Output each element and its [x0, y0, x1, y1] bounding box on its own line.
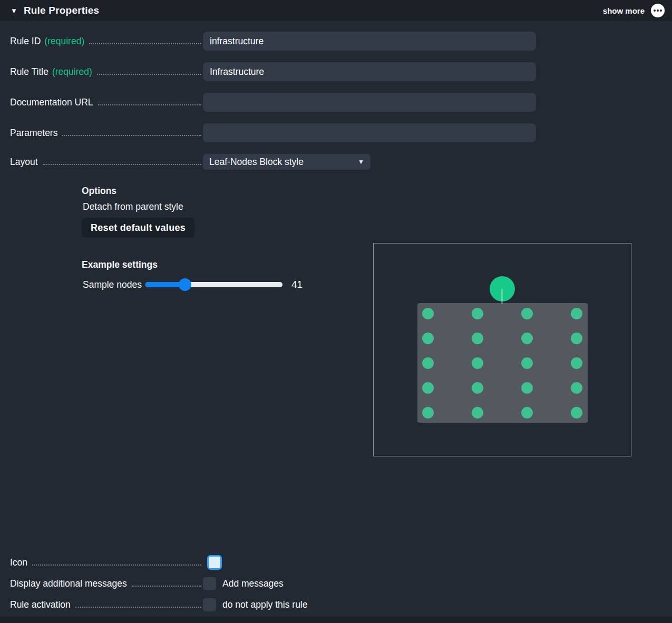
parameters-row: Parameters — [10, 123, 672, 142]
do-not-apply-checkbox[interactable] — [203, 598, 216, 611]
collapse-triangle-icon[interactable]: ▼ — [11, 7, 17, 15]
show-more-button[interactable]: show more — [603, 6, 645, 15]
sample-nodes-slider[interactable] — [145, 282, 283, 287]
rule-id-required-label: (required) — [44, 36, 84, 47]
options-block: Options Detach from parent style Reset d… — [82, 186, 672, 238]
root-connector-line — [501, 289, 503, 304]
dotted-leader — [132, 586, 201, 587]
rule-id-label: Rule ID — [10, 36, 41, 47]
dotted-leader — [97, 74, 201, 75]
icon-picker-button[interactable] — [207, 555, 222, 570]
leaf-node-dot — [422, 407, 434, 418]
leaf-node-dot — [521, 382, 533, 394]
parameters-label: Parameters — [10, 128, 57, 139]
slider-thumb[interactable] — [179, 278, 191, 291]
rule-id-label-wrap: Rule ID (required) — [10, 32, 203, 51]
display-additional-messages-label: Display additional messages — [10, 578, 127, 589]
options-heading: Options — [82, 186, 672, 197]
chevron-down-icon: ▼ — [358, 158, 364, 166]
rule-title-input[interactable] — [203, 62, 536, 81]
panel-header: ▼ Rule Properties show more — [0, 0, 672, 21]
layout-select-value: Leaf-Nodes Block style — [209, 157, 304, 168]
detach-from-parent-label: Detach from parent style — [83, 201, 672, 212]
leaf-node-dot — [472, 407, 483, 418]
rule-id-row: Rule ID (required) — [10, 32, 672, 51]
leaf-node-dot — [472, 357, 483, 369]
sample-nodes-label: Sample nodes — [83, 279, 142, 290]
sample-nodes-value: 41 — [291, 279, 303, 290]
add-messages-label: Add messages — [222, 578, 284, 589]
do-not-apply-label: do not apply this rule — [222, 599, 308, 610]
reset-default-values-button[interactable]: Reset default values — [82, 218, 194, 238]
leaf-node-dot — [422, 357, 434, 369]
rule-activation-label-wrap: Rule activation — [10, 597, 203, 612]
icon-row: Icon — [10, 555, 672, 570]
leaf-node-dot — [571, 308, 582, 319]
layout-select[interactable]: Leaf-Nodes Block style ▼ — [203, 154, 371, 170]
leaf-node-dot — [521, 333, 533, 344]
dotted-leader — [43, 164, 201, 165]
rule-id-input[interactable] — [203, 32, 536, 51]
panel-title: Rule Properties — [24, 5, 99, 16]
preview-block — [417, 303, 588, 423]
leaf-node-dot — [422, 382, 434, 394]
documentation-url-label-wrap: Documentation URL — [10, 93, 203, 112]
parameters-label-wrap: Parameters — [10, 123, 203, 142]
leaf-node-dot — [571, 357, 582, 369]
layout-label: Layout — [10, 157, 38, 168]
leaf-node-dot — [571, 333, 582, 344]
leaf-node-dot — [422, 308, 434, 319]
parameters-input[interactable] — [203, 123, 536, 142]
dotted-leader — [62, 135, 201, 136]
display-additional-messages-row: Display additional messages Add messages — [10, 576, 672, 591]
dotted-leader — [89, 43, 201, 44]
rule-title-label-wrap: Rule Title (required) — [10, 62, 203, 81]
rule-title-required-label: (required) — [52, 66, 92, 77]
panel-body: Rule ID (required) Rule Title (required)… — [0, 21, 672, 617]
layout-row: Layout Leaf-Nodes Block style ▼ — [10, 154, 672, 170]
layout-label-wrap: Layout — [10, 154, 203, 170]
messages-label-wrap: Display additional messages — [10, 576, 203, 591]
leaf-node-dot — [521, 407, 533, 418]
add-messages-checkbox[interactable] — [203, 577, 216, 590]
rule-activation-label: Rule activation — [10, 599, 71, 610]
documentation-url-row: Documentation URL — [10, 93, 672, 112]
leaf-node-dot — [571, 407, 582, 418]
dotted-leader — [98, 104, 201, 105]
leaf-node-dot — [472, 382, 483, 394]
header-right: show more — [603, 4, 665, 17]
leaf-node-dot — [521, 357, 533, 369]
dotted-leader — [75, 607, 201, 608]
icon-label-wrap: Icon — [10, 555, 203, 570]
rule-activation-row: Rule activation do not apply this rule — [10, 597, 672, 612]
rule-title-row: Rule Title (required) — [10, 62, 672, 81]
more-options-icon[interactable] — [651, 4, 665, 17]
rule-properties-panel: ▼ Rule Properties show more Rule ID (req… — [0, 0, 672, 623]
rule-title-label: Rule Title — [10, 66, 48, 77]
leaf-node-dot — [422, 333, 434, 344]
icon-label: Icon — [10, 557, 27, 568]
layout-preview — [373, 243, 631, 456]
leaf-node-dot — [472, 308, 483, 319]
documentation-url-label: Documentation URL — [10, 97, 93, 108]
leaf-node-dot — [521, 308, 533, 319]
documentation-url-input[interactable] — [203, 93, 536, 112]
dotted-leader — [32, 564, 201, 566]
leaf-node-dot — [571, 382, 582, 394]
leaf-node-dot — [472, 333, 483, 344]
bottom-rows: Icon Display additional messages Add mes… — [10, 555, 672, 618]
